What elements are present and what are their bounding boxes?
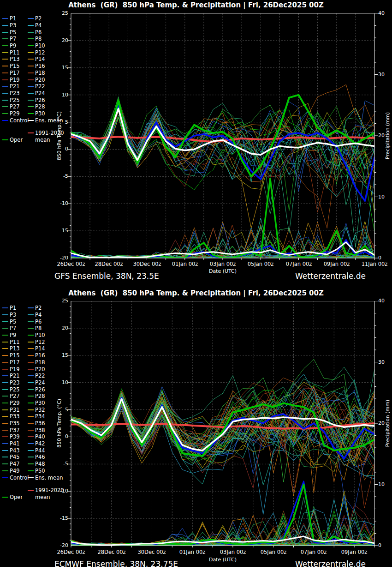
meteogram-page: Athens (GR) 850 hPa Temp. & Precipitatio… xyxy=(0,0,392,571)
legend-swatch xyxy=(28,307,34,308)
x-tick-label: 28Dec 00z xyxy=(91,549,132,555)
legend-swatch xyxy=(28,18,34,19)
legend-label: P4 xyxy=(35,312,42,318)
legend-swatch xyxy=(2,59,8,60)
ensemble-member-temp-line xyxy=(71,359,374,442)
legend-label: P28 xyxy=(35,103,45,110)
legend-label: P16 xyxy=(35,352,45,359)
legend-item-control: Control xyxy=(2,474,28,481)
legend-label: P3 xyxy=(10,312,16,318)
chart-title: Athens (GR) 850 hPa Temp. & Precipitatio… xyxy=(0,1,392,9)
legend-label: P18 xyxy=(35,70,45,76)
legend-swatch xyxy=(28,59,34,60)
legend-label: P13 xyxy=(10,56,20,62)
legend-swatch xyxy=(2,463,8,464)
legend-swatch xyxy=(28,443,34,444)
x-tick-label: 05Jan 00z xyxy=(253,549,294,555)
legend-label: P1 xyxy=(10,305,16,311)
x-tick-label: 05Jan 00z xyxy=(240,261,281,267)
site-caption: Wetterzentrale.de xyxy=(295,271,366,281)
legend-swatch xyxy=(2,52,8,53)
legend-item-oper: Oper xyxy=(2,137,28,144)
legend-swatch xyxy=(2,72,8,73)
legend-item-p3: P3 xyxy=(2,312,28,319)
legend-item-p27: P27 xyxy=(2,393,28,400)
legend-swatch xyxy=(28,457,34,457)
legend-item-p19: P19 xyxy=(2,76,28,83)
legend-label: P40 xyxy=(35,433,45,440)
legend-label: P32 xyxy=(35,407,45,413)
legend-label: P22 xyxy=(35,373,45,379)
legend-label: P21 xyxy=(10,373,20,379)
x-tick-label: 03Jan 00z xyxy=(212,549,254,555)
legend-swatch xyxy=(2,120,8,121)
legend-label: P26 xyxy=(35,386,45,393)
legend-label: P5 xyxy=(10,319,16,325)
legend-item-p5: P5 xyxy=(2,318,28,325)
legend-label: P24 xyxy=(35,379,45,386)
chart-title: Athens (GR) 850 hPa Temp. & Precipitatio… xyxy=(0,289,392,297)
legend-swatch xyxy=(28,113,34,114)
legend-item-p37: P37 xyxy=(2,427,28,433)
legend-swatch xyxy=(2,355,8,356)
legend-label: P7 xyxy=(10,325,16,331)
legend-item-p50: P50 xyxy=(28,468,64,475)
legend-swatch xyxy=(28,389,34,390)
legend-label: P19 xyxy=(10,77,20,83)
legend-item-p12: P12 xyxy=(28,338,64,345)
legend-item-p23: P23 xyxy=(2,379,28,386)
legend-label: P18 xyxy=(35,359,45,366)
legend-label: P37 xyxy=(10,427,20,433)
legend-label: P20 xyxy=(35,77,45,83)
legend-item-p47: P47 xyxy=(2,461,28,468)
legend-label: P29 xyxy=(10,110,20,117)
y-tick-label-left: -10 xyxy=(48,200,68,206)
legend-item-p10: P10 xyxy=(28,332,64,339)
legend-label: P11 xyxy=(10,49,20,56)
y-tick-label-left: 15 xyxy=(48,352,68,358)
y-tick-label-right: 40 xyxy=(378,298,392,304)
legend-label: P14 xyxy=(35,56,45,62)
legend-label: P30 xyxy=(35,400,45,406)
legend-item-p22: P22 xyxy=(28,373,64,379)
legend-item-p20: P20 xyxy=(28,366,64,373)
legend-swatch xyxy=(2,443,8,444)
y-tick-label-left: -5 xyxy=(48,173,68,179)
legend-swatch xyxy=(2,389,8,390)
y-tick-label-left: -10 xyxy=(48,488,68,494)
y-tick-label-right: 10 xyxy=(378,481,392,487)
legend-swatch xyxy=(28,375,34,376)
legend-item-p12: P12 xyxy=(28,49,64,56)
legend-item-p41: P41 xyxy=(2,440,28,447)
legend-item-p2: P2 xyxy=(28,305,64,312)
legend-item-p17: P17 xyxy=(2,359,28,366)
legend-item-p7: P7 xyxy=(2,36,28,42)
legend-swatch xyxy=(28,86,34,87)
legend-label: P33 xyxy=(10,413,20,420)
legend-item-control: Control xyxy=(2,117,28,124)
legend-swatch xyxy=(28,470,34,471)
legend-label: P26 xyxy=(35,97,45,103)
legend-label: P25 xyxy=(10,386,20,393)
legend-item-p49: P49 xyxy=(2,468,28,475)
y-axis-label-left: 850 hPa Temp. (°C) xyxy=(56,399,62,448)
legend-item-p39: P39 xyxy=(2,433,28,440)
legend-swatch xyxy=(28,32,34,33)
y-tick-label-left: -15 xyxy=(48,515,68,521)
legend-swatch xyxy=(2,106,8,107)
legend-label: P48 xyxy=(35,461,45,467)
legend-label: P44 xyxy=(35,447,45,454)
legend-swatch xyxy=(2,307,8,308)
bottom-white-strip xyxy=(0,567,392,571)
legend-label: P21 xyxy=(10,83,20,90)
y-tick-label-left: -5 xyxy=(48,461,68,467)
legend-label: P49 xyxy=(10,468,20,474)
legend-item-p25: P25 xyxy=(2,96,28,103)
legend-item-ens-mean: Ens. mean xyxy=(28,474,64,481)
legend-label: P1 xyxy=(10,15,16,22)
legend-swatch xyxy=(28,93,34,94)
legend-swatch xyxy=(28,416,34,417)
x-tick-label: 11Jan 00z xyxy=(354,261,392,267)
legend-empty-cell xyxy=(2,487,28,494)
y-tick-label-right: 0 xyxy=(378,255,392,261)
